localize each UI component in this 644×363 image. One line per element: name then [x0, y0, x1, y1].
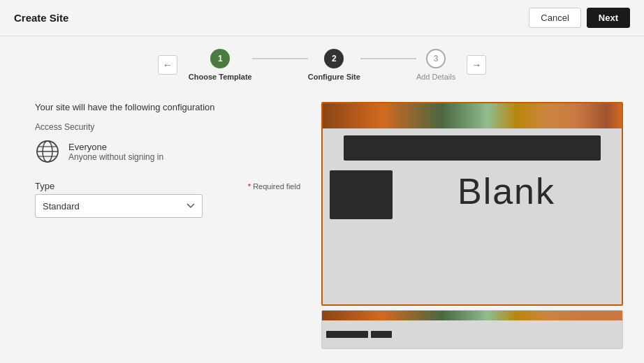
step-3-label: Add Details — [416, 73, 455, 81]
template-inner: Blank — [323, 128, 622, 304]
access-security-label: Access Security — [35, 122, 300, 132]
globe-icon — [35, 139, 60, 164]
access-main-text: Everyone — [68, 142, 163, 152]
small-dark-bar-1 — [326, 331, 368, 338]
template-top-strip — [323, 103, 622, 128]
type-select[interactable]: Standard — [35, 194, 203, 218]
step-1-circle: 1 — [210, 49, 230, 68]
step-1-label: Choose Template — [189, 73, 252, 81]
stepper-forward-button[interactable]: → — [467, 55, 486, 75]
small-dark-bar-2 — [371, 331, 392, 338]
step-1: 1 Choose Template — [189, 49, 252, 81]
blank-label: Blank — [458, 170, 555, 212]
required-label: * Required field — [248, 182, 300, 191]
step-connector-1 — [252, 58, 308, 59]
small-card-top-strip — [322, 311, 622, 320]
blank-top-bar — [344, 135, 600, 161]
type-label-row: Type * Required field — [35, 181, 300, 191]
forward-arrow-icon: → — [471, 59, 481, 71]
type-row: Type * Required field Standard — [35, 181, 300, 218]
access-row: Everyone Anyone without signing in — [35, 139, 300, 164]
header: Create Site Cancel Next — [0, 0, 644, 36]
step-2-circle: 2 — [324, 49, 344, 68]
page-title: Create Site — [14, 12, 68, 24]
left-panel: Your site will have the following config… — [35, 102, 300, 349]
config-description: Your site will have the following config… — [35, 102, 300, 112]
template-card-main[interactable]: Blank — [321, 102, 623, 306]
step-2: 2 Configure Site — [308, 49, 360, 81]
step-2-label: Configure Site — [308, 73, 360, 81]
blank-main-area: Blank — [398, 170, 615, 212]
main-content: Your site will have the following config… — [0, 88, 644, 363]
small-card-inner — [322, 320, 622, 348]
blank-sidebar-card — [330, 170, 393, 219]
next-button[interactable]: Next — [587, 8, 630, 28]
step-connector-2 — [360, 58, 416, 59]
step-3-circle: 3 — [426, 49, 446, 68]
access-sub-text: Anyone without signing in — [68, 152, 163, 162]
access-text-block: Everyone Anyone without signing in — [68, 142, 163, 162]
stepper-back-button[interactable]: ← — [158, 55, 177, 75]
stepper-steps: 1 Choose Template 2 Configure Site 3 Add… — [189, 49, 455, 81]
header-buttons: Cancel Next — [529, 8, 630, 28]
type-label: Type — [35, 181, 54, 191]
blank-mid-section: Blank — [330, 165, 615, 297]
required-star: * — [248, 182, 251, 191]
stepper: ← 1 Choose Template 2 Configure Site 3 A… — [0, 36, 644, 88]
template-card-small[interactable] — [321, 310, 623, 349]
cancel-button[interactable]: Cancel — [529, 8, 580, 28]
right-panel: Blank — [321, 102, 623, 349]
back-arrow-icon: ← — [163, 59, 173, 71]
step-3: 3 Add Details — [416, 49, 455, 81]
